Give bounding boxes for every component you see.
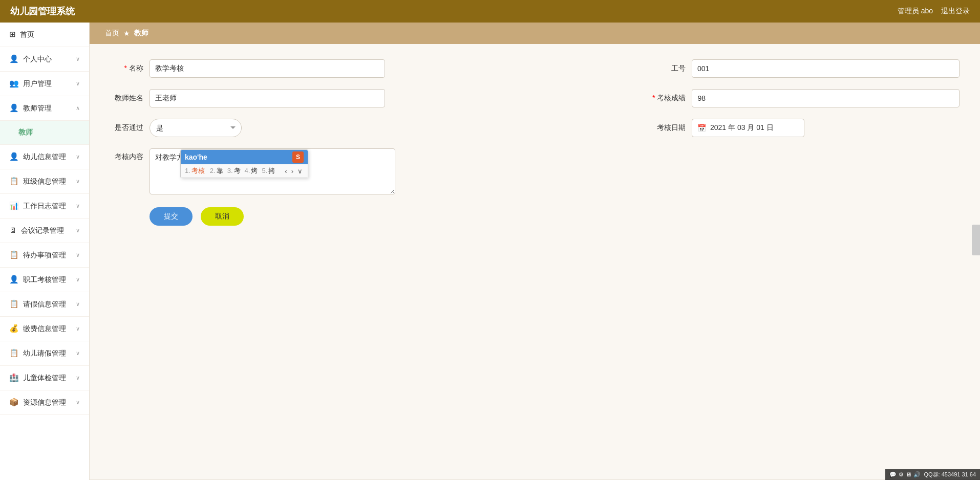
arrow-icon: ∨ <box>76 80 80 87</box>
name-label: *名称 <box>110 64 143 73</box>
score-input[interactable] <box>692 89 960 107</box>
sidebar-item-home[interactable]: ⊞首页 <box>0 23 89 47</box>
breadcrumb-current: 教师 <box>134 29 148 38</box>
submit-button[interactable]: 提交 <box>150 207 193 226</box>
job-number-input[interactable] <box>692 59 960 78</box>
arrow-icon: ∨ <box>76 178 80 185</box>
teacher-mgmt-icon: 👤 <box>9 103 19 112</box>
form-group-teacher-name: 教师姓名 <box>110 89 652 107</box>
ime-logo: S <box>292 151 304 163</box>
fee-icon: 💰 <box>9 324 19 333</box>
arrow-icon: ∨ <box>76 252 80 258</box>
todo-icon: 📋 <box>9 250 19 259</box>
arrow-icon: ∨ <box>76 325 80 332</box>
top-header: 幼儿园管理系统 管理员 abo 退出登录 <box>0 0 980 23</box>
sidebar-item-teacher[interactable]: 教师 <box>0 121 89 145</box>
sidebar-item-user-mgmt[interactable]: 👥用户管理 ∨ <box>0 72 89 96</box>
user-label: 管理员 abo <box>898 7 933 16</box>
teacher-name-input[interactable] <box>150 89 385 107</box>
sidebar-item-child-leave[interactable]: 📋幼儿请假管理 ∨ <box>0 341 89 366</box>
form-group-name: *名称 <box>110 59 652 78</box>
child-health-icon: 🏥 <box>9 373 19 382</box>
form-group-date: 考核日期 📅 2021 年 03 月 01 日 <box>652 119 960 137</box>
calendar-icon: 📅 <box>697 124 706 132</box>
monitor-icon: 🖥 <box>906 471 911 478</box>
bottom-text: QQ群: 453491 31 64 <box>924 471 976 478</box>
bottom-bar: 💬 ⚙ 🖥 🔊 QQ群: 453491 31 64 <box>885 469 980 480</box>
logout-button[interactable]: 退出登录 <box>941 7 970 16</box>
required-star-score: * <box>652 94 655 102</box>
child-leave-icon: 📋 <box>9 348 19 357</box>
job-number-label: 工号 <box>652 64 686 73</box>
child-info-icon: 👤 <box>9 152 19 161</box>
sidebar-item-leave[interactable]: 📋请假信息管理 ∨ <box>0 292 89 317</box>
scroll-tab[interactable] <box>972 225 980 255</box>
sidebar-item-work-log[interactable]: 📊工作日志管理 ∨ <box>0 194 89 219</box>
sound-icon: 🔊 <box>913 471 921 478</box>
resource-icon: 📦 <box>9 398 19 406</box>
arrow-icon: ∨ <box>76 154 80 160</box>
sidebar-item-child-info[interactable]: 👤幼儿信息管理 ∨ <box>0 145 89 169</box>
ime-candidate-5[interactable]: 5.拷 <box>262 166 275 176</box>
sidebar-item-meeting[interactable]: 🗓会议记录管理 ∨ <box>0 219 89 243</box>
meeting-icon: 🗓 <box>9 226 17 234</box>
users-icon: 👥 <box>9 79 19 88</box>
name-input[interactable] <box>150 59 385 78</box>
form-row-1: *名称 工号 <box>110 59 960 78</box>
chat-icon: 💬 <box>889 471 897 478</box>
sidebar-item-todo[interactable]: 📋待办事项管理 ∨ <box>0 243 89 268</box>
bottom-icons: 💬 ⚙ 🖥 🔊 <box>889 471 921 478</box>
arrow-icon: ∨ <box>76 399 80 406</box>
sidebar-item-personal[interactable]: 👤个人中心 ∨ <box>0 47 89 72</box>
cancel-button[interactable]: 取消 <box>201 207 244 226</box>
body-wrap: ⊞首页 👤个人中心 ∨ 👥用户管理 ∨ 👤教师管理 ∧ 教师 👤幼儿信息管理 ∨… <box>0 23 980 480</box>
home-icon: ⊞ <box>9 30 16 38</box>
form-row-3: 是否通过 是 否 考核日期 📅 2021 年 03 月 01 日 <box>110 119 960 137</box>
breadcrumb-sep: ★ <box>123 29 130 37</box>
form-group-job-number: 工号 <box>652 59 960 78</box>
user-info: 管理员 abo 退出登录 <box>898 7 970 16</box>
button-row: 提交 取消 <box>110 207 960 226</box>
main-content: 首页 ★ 教师 *名称 工号 <box>90 23 980 480</box>
teacher-name-label: 教师姓名 <box>110 94 143 103</box>
ime-candidate-1[interactable]: 1.考核 <box>185 166 206 176</box>
sidebar-item-teacher-mgmt[interactable]: 👤教师管理 ∧ <box>0 96 89 121</box>
pass-select[interactable]: 是 否 <box>150 119 242 137</box>
pass-label: 是否通过 <box>110 123 143 133</box>
sidebar-item-child-health[interactable]: 🏥儿童体检管理 ∨ <box>0 366 89 390</box>
ime-input-row: kao'he S <box>181 150 308 164</box>
form-area: *名称 工号 教师姓名 *考核成绩 <box>90 44 980 479</box>
sidebar-item-class-info[interactable]: 📋班级信息管理 ∨ <box>0 169 89 194</box>
sidebar-item-staff-eval[interactable]: 👤职工考核管理 ∨ <box>0 268 89 292</box>
ime-nav: ‹ › ∨ <box>284 167 304 175</box>
required-star: * <box>124 64 127 72</box>
form-group-pass: 是否通过 是 否 <box>110 119 652 137</box>
ime-popup: kao'he S 1.考核 2.靠 3.考 4.烤 5.拷 <box>180 149 308 178</box>
ime-prev-button[interactable]: ‹ <box>284 167 288 175</box>
arrow-icon: ∨ <box>76 301 80 308</box>
ime-next-button[interactable]: › <box>290 167 294 175</box>
form-row-content: 考核内容 对教学方式kashe kao'he S 1.考核 2 <box>110 148 960 196</box>
arrow-icon: ∨ <box>76 276 80 283</box>
class-info-icon: 📋 <box>9 177 19 185</box>
ime-expand-button[interactable]: ∨ <box>296 167 304 175</box>
breadcrumb: 首页 ★ 教师 <box>90 23 980 44</box>
ime-typed-text: kao'he <box>185 153 207 161</box>
ime-candidate-3[interactable]: 3.考 <box>227 166 241 176</box>
sidebar-item-resource-info[interactable]: 📦资源信息管理 ∨ <box>0 390 89 415</box>
staff-eval-icon: 👤 <box>9 275 19 283</box>
work-log-icon: 📊 <box>9 201 19 210</box>
arrow-icon: ∨ <box>76 56 80 62</box>
sidebar: ⊞首页 👤个人中心 ∨ 👥用户管理 ∨ 👤教师管理 ∧ 教师 👤幼儿信息管理 ∨… <box>0 23 90 480</box>
ime-candidate-4[interactable]: 4.烤 <box>245 166 258 176</box>
score-label: *考核成绩 <box>652 94 686 103</box>
arrow-icon: ∨ <box>76 375 80 381</box>
breadcrumb-home[interactable]: 首页 <box>105 29 119 38</box>
date-value: 2021 年 03 月 01 日 <box>710 123 774 133</box>
arrow-icon: ∨ <box>76 350 80 357</box>
ime-candidate-2[interactable]: 2.靠 <box>210 166 223 176</box>
form-row-2: 教师姓名 *考核成绩 <box>110 89 960 107</box>
sidebar-item-fee[interactable]: 💰缴费信息管理 ∨ <box>0 317 89 341</box>
date-input[interactable]: 📅 2021 年 03 月 01 日 <box>692 119 804 137</box>
arrow-icon: ∨ <box>76 203 80 209</box>
